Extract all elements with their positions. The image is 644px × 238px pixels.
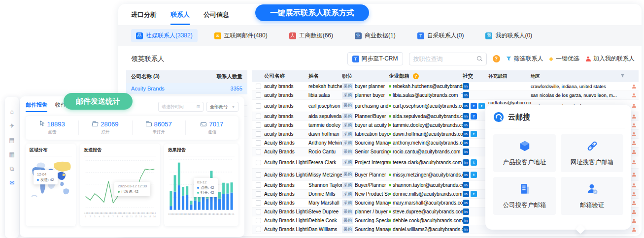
row-add-contact-icon[interactable] (632, 132, 636, 136)
linkedin-icon[interactable]: in (463, 92, 469, 98)
email-status-dot (389, 150, 391, 153)
company-row[interactable]: Acuity Brands3355 (126, 83, 247, 94)
row-checkbox[interactable] (256, 114, 261, 119)
linkedin-icon[interactable]: in (463, 191, 469, 197)
cloud-card-url-search-email[interactable]: 网址搜客户邮箱 (561, 134, 623, 172)
row-checkbox[interactable] (256, 209, 261, 214)
row-add-contact-icon[interactable] (632, 93, 636, 97)
linkedin-icon[interactable]: in (463, 131, 469, 137)
row-add-contact-icon[interactable] (632, 160, 636, 164)
cell-social: in (463, 92, 488, 98)
email-help-icon[interactable]: ? (413, 73, 419, 79)
company-icon (518, 182, 531, 197)
twitter-icon[interactable]: t (471, 131, 477, 137)
row-checkbox[interactable] (256, 92, 261, 98)
cloud-card-email-verify[interactable]: 邮箱验证 (561, 177, 623, 215)
subtab-self-collected[interactable]: T自采联系人(0) (412, 29, 469, 42)
twitter-icon[interactable]: t (471, 172, 477, 178)
row-checkbox[interactable] (256, 131, 261, 137)
row-checkbox[interactable] (256, 191, 261, 197)
subtab-commercial-data[interactable]: 业商业数据(1) (350, 29, 401, 42)
region-filter-icon[interactable] (620, 74, 625, 79)
linkedin-icon[interactable]: in (463, 113, 469, 119)
templates-icon[interactable]: ▤ (9, 137, 14, 143)
linkedin-icon[interactable]: in (463, 226, 469, 233)
filter-contacts-button[interactable]: 筛选联系人 (506, 55, 543, 63)
linkedin-icon[interactable]: in (463, 83, 469, 89)
apps-icon[interactable]: ▦ (9, 151, 14, 157)
row-checkbox[interactable] (256, 200, 261, 206)
search-icon[interactable] (477, 56, 482, 61)
date-range-picker[interactable]: 请选择时间 ⊞ (158, 102, 203, 112)
row-add-contact-icon[interactable] (632, 210, 636, 214)
stat-退信: 7017退信 (186, 120, 238, 135)
email-status-dot (389, 105, 391, 107)
linkedin-icon[interactable]: in (463, 140, 469, 146)
linkedin-icon[interactable]: in (463, 122, 469, 128)
row-checkbox[interactable] (256, 84, 261, 89)
row-checkbox[interactable] (256, 149, 261, 154)
subtab-my-contacts[interactable]: 我我的联系人(0) (480, 29, 537, 42)
add-to-my-contacts-label: 加入我的联系人 (593, 55, 635, 63)
row-checkbox-cell (252, 160, 264, 165)
search-input[interactable] (413, 56, 477, 62)
twitter-icon[interactable]: t (471, 191, 477, 197)
account-select[interactable]: 全部账号 ▼ (206, 102, 238, 112)
row-checkbox[interactable] (256, 103, 261, 109)
row-add-contact-icon[interactable] (632, 104, 636, 108)
subtab-business-registry[interactable]: 人工商数据(66) (284, 29, 338, 42)
linkedin-icon[interactable]: in (463, 217, 469, 224)
cell-title: 采购purchasing and sour (342, 102, 389, 109)
help-icon[interactable]: ? (493, 55, 500, 62)
copy-icon[interactable]: ⧉ (10, 166, 14, 172)
row-checkbox[interactable] (256, 160, 261, 165)
linkedin-icon[interactable]: in (463, 182, 469, 188)
cloud-card-product-search-address[interactable]: 产品搜客户地址 (493, 134, 556, 172)
facebook-icon[interactable]: f (471, 103, 477, 109)
row-checkbox[interactable] (256, 140, 261, 146)
row-add-contact-icon[interactable] (632, 183, 636, 187)
subtab-social-contacts[interactable]: 品社媒联系人(3382) (131, 29, 198, 42)
row-add-contact-icon[interactable] (632, 150, 636, 154)
row-add-contact-icon[interactable] (632, 173, 636, 177)
row-add-contact-icon[interactable] (632, 192, 636, 196)
campaign-icon[interactable]: ✈ (9, 123, 14, 129)
row-add-contact-icon[interactable] (632, 123, 636, 127)
sync-tcrm-button[interactable]: T 同步至T-CRM (347, 52, 403, 65)
copy-icon[interactable] (461, 93, 463, 97)
tab-company-info[interactable]: 公司信息 (203, 10, 229, 25)
linkedin-icon[interactable]: in (463, 159, 469, 166)
twitter-icon[interactable]: t (478, 103, 485, 109)
linkedin-icon[interactable]: in (463, 172, 469, 178)
facebook-icon[interactable]: f (471, 113, 477, 119)
row-add-contact-icon[interactable] (632, 85, 636, 89)
row-add-contact-icon[interactable] (632, 228, 636, 232)
row-add-contact-icon[interactable] (632, 115, 636, 119)
tab-import-analysis[interactable]: 进口分析 (131, 10, 157, 25)
cloud-card-company-search-email[interactable]: 公司搜客户邮箱 (493, 177, 556, 215)
linkedin-icon[interactable]: in (463, 200, 469, 206)
link-icon (586, 140, 599, 154)
subtab-internet-mail[interactable]: ✉互联网邮件(480) (209, 29, 272, 42)
add-to-my-contacts-button[interactable]: 加入我的联系人 (585, 55, 635, 63)
mail-tab-mail-report[interactable]: 邮件报告 (26, 101, 47, 112)
tab-contacts[interactable]: 联系人 (170, 10, 190, 25)
linkedin-icon[interactable]: in (463, 103, 469, 109)
row-checkbox[interactable] (256, 182, 261, 188)
linkedin-icon[interactable]: in (463, 149, 469, 155)
mail-icon[interactable]: ✉ (9, 180, 14, 186)
row-checkbox[interactable] (256, 122, 261, 128)
row-checkbox[interactable] (256, 172, 261, 178)
row-add-contact-icon[interactable] (632, 219, 636, 223)
home-icon[interactable]: ⌂ (10, 109, 13, 115)
row-add-contact-icon[interactable] (632, 201, 636, 205)
send-report-card: 发送报告 03-01103-02203-03303-04403-05503-06… (80, 144, 160, 226)
row-add-contact-icon[interactable] (632, 141, 636, 145)
row-checkbox[interactable] (256, 227, 261, 232)
row-checkbox[interactable] (256, 218, 261, 223)
twitter-icon[interactable]: t (471, 159, 477, 166)
linkedin-icon[interactable]: in (463, 208, 469, 215)
one-key-optimize-button[interactable]: ◆ 一键优选 (549, 55, 579, 63)
contact-row: acuity brandslibia salas采购planner buyerl… (252, 91, 639, 100)
cell-email: debbie.cook@acuitybrands.com (389, 218, 463, 223)
